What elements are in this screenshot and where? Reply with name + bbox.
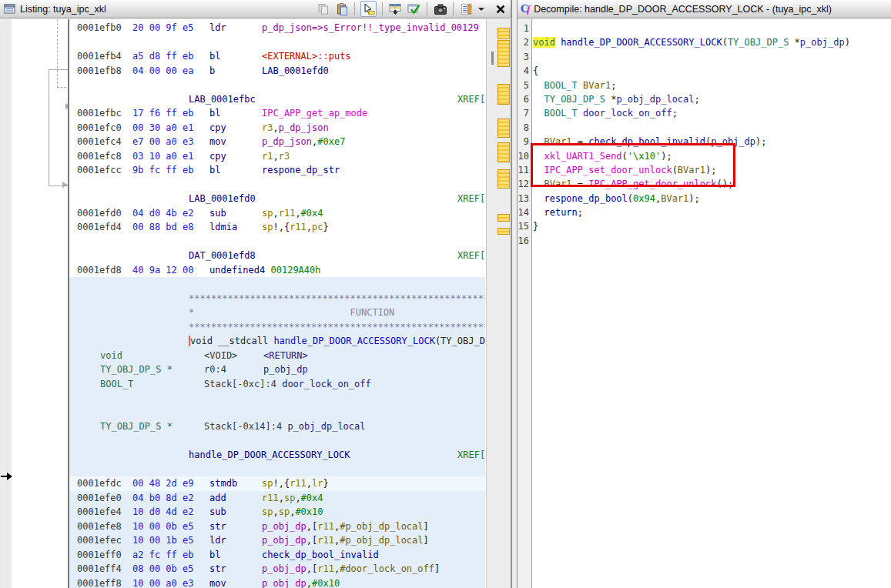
listing-line[interactable]: 0001efb020 00 9f e5ldr p_dp_json=>s_Erro… (69, 21, 485, 35)
flow-arrow-margin (12, 19, 68, 588)
margin-display-icon[interactable] (459, 2, 474, 16)
listing-line[interactable]: 0001efe004 b0 8d e2add r11,sp,#0x4 (69, 491, 485, 506)
decompiler-line[interactable]: IPC_APP_set_door_unlock(BVar1); (533, 163, 891, 177)
listing-line[interactable]: 0001efc803 10 a0 e1cpy r1,r3 (69, 149, 485, 164)
decompiler-line[interactable] (533, 234, 891, 248)
change-marker[interactable] (497, 40, 510, 67)
listing-title: Listing: tuya_ipc_xkl (20, 4, 106, 15)
toolbar-separator (427, 2, 427, 15)
listing-line[interactable] (69, 406, 485, 420)
listing-line[interactable]: LAB_0001efd0XREF[1]: (69, 192, 485, 206)
toolbar-separator (354, 2, 355, 15)
change-marker[interactable] (497, 142, 510, 162)
listing-line[interactable] (69, 35, 485, 50)
listing-line[interactable]: 0001efc000 30 a0 e1cpy r3,p_dp_json (69, 121, 485, 135)
listing-line[interactable]: void<VOID> <RETURN> (69, 349, 485, 363)
listing-line[interactable] (69, 391, 485, 406)
xref: XREF[1]: (457, 192, 485, 206)
cursor-selection-icon[interactable] (360, 1, 377, 17)
change-marker[interactable] (497, 228, 510, 235)
listing-line[interactable]: 0001efb4a5 d8 ff ebbl <EXTERNAL>::puts (69, 49, 485, 64)
change-marker[interactable] (497, 169, 510, 189)
data-type-preview-icon[interactable] (388, 2, 403, 16)
decompiler-line[interactable] (533, 22, 891, 35)
listing-line[interactable]: ****************************************… (69, 320, 485, 335)
panel-splitter[interactable] (511, 0, 518, 588)
flow-arrowhead (62, 182, 68, 188)
edit-fields-icon[interactable] (407, 2, 421, 16)
listing-line[interactable] (69, 277, 485, 292)
listing-line[interactable] (69, 78, 485, 92)
decompiler-line[interactable] (533, 50, 891, 64)
listing-line[interactable]: ****************************************… (69, 292, 485, 306)
decompiler-line[interactable]: respone_dp_bool(0x94,BVar1); (533, 192, 891, 205)
dropdown-arrow-icon[interactable] (478, 8, 484, 11)
listing-line[interactable]: 0001efe410 d0 4d e2sub sp,sp,#0x10 (69, 505, 485, 520)
listing-line[interactable]: 0001efdc00 48 2d e9stmdb sp!,{r11,lr} (69, 476, 485, 491)
listing-cursor (189, 336, 190, 346)
decompiler-line[interactable]: BOOL_T door_lock_on_off; (533, 106, 891, 120)
listing-line[interactable]: void __stdcall handle_DP_DOOR_ACCESSORY_… (69, 334, 485, 349)
xref: XREF[2]: (457, 448, 485, 463)
decompiler-line[interactable]: } (533, 219, 891, 233)
copy-icon[interactable] (316, 2, 330, 16)
decompile-title: Decompile: handle_DP_DOOR_ACCESSORY_LOCK… (534, 4, 832, 15)
unconditional-jump-flow-line (49, 69, 68, 186)
listing-line[interactable] (69, 178, 485, 192)
close-icon[interactable] (493, 2, 507, 16)
decompiler-line-numbers: 12345678910111213141516 (518, 19, 532, 588)
xref: XREF[1]: (457, 92, 485, 107)
listing-line[interactable]: 0001eff408 00 0b e5str p_obj_dp,[r11,#do… (69, 562, 485, 576)
xref: XREF[1]: (457, 249, 485, 263)
decompiler-line[interactable]: { (533, 64, 891, 78)
listing-line[interactable]: TY_OBJ_DP_S *r0:4 p_obj_dp (69, 362, 485, 377)
snapshot-camera-icon[interactable] (433, 2, 447, 16)
listing-line[interactable] (69, 463, 485, 477)
listing-titlebar[interactable]: Listing: tuya_ipc_xkl (0, 0, 511, 18)
line-number: 1 (518, 22, 531, 35)
line-number: 16 (518, 234, 531, 248)
decompile-titlebar[interactable]: Cf Decompile: handle_DP_DOOR_ACCESSORY_L… (518, 0, 891, 18)
decompiler-line[interactable]: return; (533, 205, 891, 219)
listing-line[interactable] (69, 235, 485, 249)
listing-line[interactable]: 0001efcc9b fc ff ebbl respone_dp_str (69, 163, 485, 178)
change-marker[interactable] (497, 28, 510, 39)
change-marker[interactable] (497, 214, 510, 222)
listing-line[interactable]: 0001eff810 00 a0 e3mov p_obj_dp,#0x10 (69, 576, 485, 588)
decompiler-line[interactable]: BVar1 = IPC_APP_get_door_unlock(); (533, 177, 891, 191)
decompiler-line[interactable]: TY_OBJ_DP_S *p_obj_dp_local; (533, 92, 891, 106)
paste-icon[interactable] (334, 2, 349, 16)
line-number: 4 (518, 64, 531, 78)
listing-line[interactable]: handle_DP_DOOR_ACCESSORY_LOCKXREF[2]: (69, 448, 485, 463)
listing-line[interactable]: 0001efec10 00 1b e5ldr p_obj_dp,[r11,#p_… (69, 533, 485, 548)
change-marker[interactable] (497, 84, 510, 105)
listing-line[interactable]: DAT_0001efd8XREF[1]: (69, 249, 485, 263)
line-number: 14 (518, 205, 531, 219)
decompiler-line[interactable]: void handle_DP_DOOR_ACCESSORY_LOCK(TY_OB… (533, 35, 891, 49)
scrollbar-thumb[interactable] (491, 52, 494, 65)
listing-line[interactable] (69, 434, 485, 449)
decompiler-icon: Cf (521, 3, 530, 15)
line-number: 10 (518, 149, 531, 163)
listing-line[interactable]: 0001eff0a2 fc ff ebbl check_dp_bool_inva… (69, 548, 485, 563)
listing-line[interactable]: LAB_0001efbcXREF[1]: (69, 92, 485, 107)
decompiler-line[interactable] (533, 121, 891, 135)
decompiler-line[interactable]: BOOL_T BVar1; (533, 79, 891, 92)
ghidra-window: Listing: tuya_ipc_xkl (0, 0, 891, 588)
listing-line[interactable]: * FUNCTION (69, 306, 485, 320)
line-number: 12 (518, 177, 531, 191)
change-marker[interactable] (497, 119, 510, 138)
listing-line[interactable]: 0001efd004 d0 4b e2sub sp,r11,#0x4 (69, 206, 485, 221)
listing-line[interactable]: 0001efbc17 f6 ff ebbl IPC_APP_get_ap_mod… (69, 106, 485, 121)
listing-line[interactable]: 0001efc4e7 00 a0 e3mov p_dp_json,#0xe7 (69, 135, 485, 149)
listing-line[interactable]: 0001efd840 9a 12 00undefined4 00129A40h (69, 263, 485, 278)
listing-line[interactable]: TY_OBJ_DP_S *Stack[-0x14]:4 p_obj_dp_loc… (69, 419, 485, 434)
decompiler-line[interactable]: xkl_UART1_Send('\x10'); (533, 149, 891, 163)
listing-line[interactable]: BOOL_TStack[-0xc]:4 door_lock_on_off (69, 377, 485, 392)
listing-line[interactable]: 0001efe810 00 0b e5str p_obj_dp,[r11,#p_… (69, 520, 485, 534)
line-number: 2 (518, 35, 531, 49)
listing-line[interactable]: 0001efb804 00 00 eab LAB_0001efd0 (69, 64, 485, 79)
decompiler-line[interactable]: BVar1 = check_dp_bool_invalid(p_obj_dp); (533, 135, 891, 149)
toolbar-separator (453, 2, 454, 15)
listing-line[interactable]: 0001efd400 88 bd e8ldmia sp!,{r11,pc} (69, 220, 485, 235)
